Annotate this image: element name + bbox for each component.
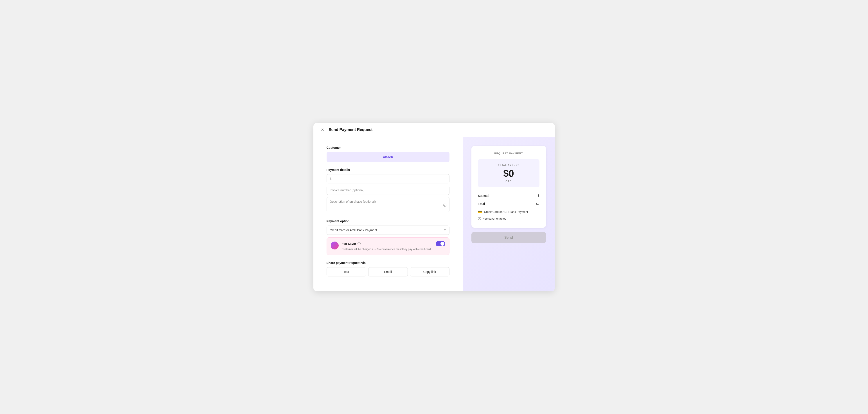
invoice-input[interactable] xyxy=(327,186,450,195)
attach-button[interactable]: Attach xyxy=(327,152,450,162)
preview-panel: REQUEST PAYMENT TOTAL AMOUNT $0 CAD Subt… xyxy=(463,137,555,291)
copy-link-button[interactable]: Copy link xyxy=(410,267,450,277)
description-info-icon: i xyxy=(443,203,446,207)
amount-box-label: TOTAL AMOUNT xyxy=(483,164,535,166)
toggle-slider xyxy=(436,241,445,246)
preview-card: REQUEST PAYMENT TOTAL AMOUNT $0 CAD Subt… xyxy=(471,146,546,228)
fee-saver-title: Fee Saver i xyxy=(342,242,361,246)
fee-saver-description: Customer will be charged a ~3% convenien… xyxy=(342,247,445,251)
modal-container: ✕ Send Payment Request Customer Attach P… xyxy=(313,123,555,291)
description-input[interactable] xyxy=(327,197,450,212)
share-section: Share payment request via Text Email Cop… xyxy=(327,261,450,277)
close-icon: ✕ xyxy=(321,127,324,132)
payment-option-section: Payment option Credit Card or ACH Bank P… xyxy=(327,219,450,255)
preview-card-title: REQUEST PAYMENT xyxy=(478,152,539,155)
payment-option-label: Payment option xyxy=(327,219,450,223)
payment-option-select[interactable]: Credit Card or ACH Bank Payment Credit C… xyxy=(327,226,450,235)
payment-details-label: Payment details xyxy=(327,168,450,171)
modal-title: Send Payment Request xyxy=(329,127,373,132)
share-text-label: Text xyxy=(343,270,349,274)
total-value: $0 xyxy=(536,202,539,205)
fee-saver-preview-row: i Fee saver enabled xyxy=(478,216,539,222)
share-email-label: Email xyxy=(384,270,392,274)
customer-section: Customer Attach xyxy=(327,146,450,162)
fee-saver-title-text: Fee Saver xyxy=(342,242,356,246)
amount-currency: CAD xyxy=(483,180,535,183)
send-button[interactable]: Send xyxy=(471,232,546,243)
fee-saver-info-icon: i xyxy=(358,242,361,245)
payment-details-section: Payment details i xyxy=(327,168,450,213)
amount-input[interactable] xyxy=(327,174,450,183)
share-email-button[interactable]: Email xyxy=(368,267,408,277)
subtotal-row: Subtotal $ xyxy=(478,192,539,200)
amount-box-value: $0 xyxy=(483,168,535,179)
modal-body: Customer Attach Payment details i Paymen… xyxy=(313,137,555,291)
payment-option-wrapper: Credit Card or ACH Bank Payment Credit C… xyxy=(327,226,450,235)
subtotal-label: Subtotal xyxy=(478,194,489,197)
total-label: Total xyxy=(478,202,485,205)
total-row: Total $0 xyxy=(478,200,539,208)
fee-saver-preview-icon: i xyxy=(478,217,481,220)
share-text-button[interactable]: Text xyxy=(327,267,366,277)
subtotal-value: $ xyxy=(538,194,539,197)
fee-saver-preview-text: Fee saver enabled xyxy=(483,217,506,220)
fee-saver-title-row: Fee Saver i xyxy=(342,241,445,246)
fee-saver-box: Fee Saver i Customer will be charged a ~… xyxy=(327,237,450,255)
copy-link-label: Copy link xyxy=(423,270,436,274)
share-buttons: Text Email Copy link xyxy=(327,267,450,277)
description-row: i xyxy=(327,197,450,213)
payment-method-row: 💳 Credit Card or ACH Bank Payment xyxy=(478,208,539,216)
fee-saver-icon xyxy=(331,242,339,250)
fee-saver-toggle[interactable] xyxy=(436,241,445,246)
fee-saver-content: Fee Saver i Customer will be charged a ~… xyxy=(342,241,445,251)
share-label: Share payment request via xyxy=(327,261,450,264)
modal-header: ✕ Send Payment Request xyxy=(313,123,555,137)
close-button[interactable]: ✕ xyxy=(319,127,326,133)
card-icon: 💳 xyxy=(478,210,483,214)
amount-box: TOTAL AMOUNT $0 CAD xyxy=(478,159,539,187)
customer-label: Customer xyxy=(327,146,450,150)
payment-method-text: Credit Card or ACH Bank Payment xyxy=(484,210,528,214)
form-panel: Customer Attach Payment details i Paymen… xyxy=(313,137,463,291)
